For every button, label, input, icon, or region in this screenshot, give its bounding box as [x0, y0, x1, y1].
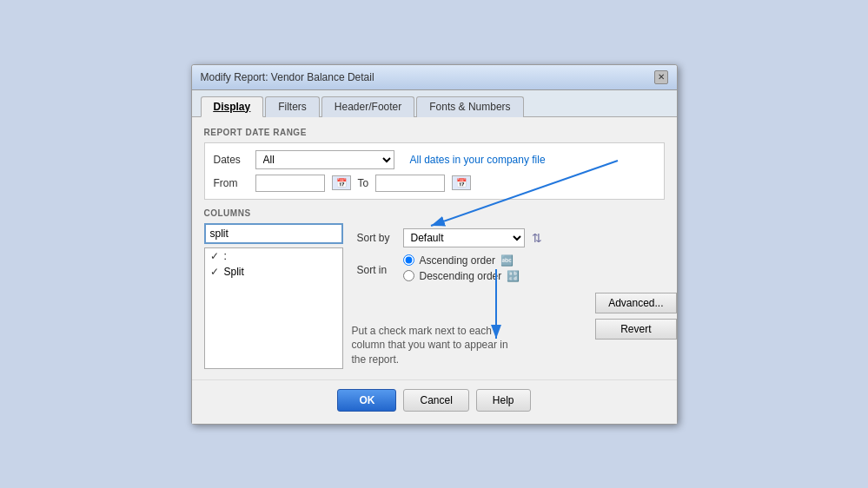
help-button[interactable]: Help [476, 389, 531, 412]
dialog-titlebar: Modify Report: Vendor Balance Detail ✕ [192, 65, 677, 90]
dialog-body: REPORT DATE RANGE Dates All Today This W… [192, 117, 677, 379]
dialog-footer: OK Cancel Help [192, 379, 677, 424]
tab-header-footer[interactable]: Header/Footer [321, 96, 414, 117]
columns-label: COLUMNS [204, 208, 665, 218]
tab-fonts-numbers[interactable]: Fonts & Numbers [416, 96, 523, 117]
advanced-button[interactable]: Advanced... [595, 293, 676, 313]
descending-row: Descending order 🔡 [403, 270, 520, 282]
to-calendar-button[interactable]: 📅 [452, 175, 471, 190]
ascending-radio[interactable] [403, 254, 414, 266]
dialog-title: Modify Report: Vendor Balance Detail [201, 71, 374, 83]
action-buttons: Advanced... Revert [595, 293, 676, 340]
desktop: Modify Report: Vendor Balance Detail ✕ D… [0, 0, 868, 488]
sort-az-icon: 🔤 [500, 254, 514, 267]
columns-search-input[interactable] [204, 223, 343, 244]
sort-by-label: Sort by [357, 232, 396, 244]
check-icon-split: ✓ [210, 266, 221, 278]
sort-controls: Sort by Default Total Name ⇅ Sor [352, 223, 665, 298]
sort-icon-az: ⇅ [532, 231, 542, 245]
ok-button[interactable]: OK [337, 389, 396, 412]
sort-by-select[interactable]: Default Total Name [403, 228, 525, 247]
dates-info: All dates in your company file [410, 154, 546, 166]
from-calendar-button[interactable]: 📅 [332, 175, 351, 190]
dates-row: Dates All Today This Week This Month Thi… [214, 150, 655, 169]
list-item[interactable]: ✓ : [205, 248, 342, 264]
descending-label: Descending order [420, 270, 502, 282]
date-range-label: REPORT DATE RANGE [204, 128, 665, 137]
instruction-text: Put a check mark next to each column tha… [352, 324, 526, 367]
sort-in-row: Sort in Ascending order 🔤 [357, 254, 659, 286]
revert-button[interactable]: Revert [595, 319, 676, 340]
close-button[interactable]: ✕ [654, 70, 668, 84]
sort-by-row: Sort by Default Total Name ⇅ [357, 228, 659, 247]
tab-filters[interactable]: Filters [265, 96, 320, 117]
to-label: To [358, 177, 369, 189]
dialog-overlay: Modify Report: Vendor Balance Detail ✕ D… [0, 0, 868, 488]
descending-radio[interactable] [403, 270, 414, 281]
from-label: From [214, 177, 248, 189]
sort-za-icon: 🔡 [507, 270, 520, 282]
tab-display[interactable]: Display [201, 96, 264, 117]
modify-report-dialog: Modify Report: Vendor Balance Detail ✕ D… [191, 64, 678, 425]
dates-label: Dates [214, 154, 248, 166]
columns-list: ✓ : ✓ Split [204, 247, 343, 369]
sort-in-options: Ascending order 🔤 Descending order 🔡 [403, 254, 520, 286]
to-date-input[interactable] [375, 175, 445, 192]
ascending-label: Ascending order [420, 254, 495, 267]
cancel-button[interactable]: Cancel [403, 389, 468, 412]
check-icon: ✓ [210, 250, 221, 262]
list-item-split-label: Split [224, 266, 244, 278]
columns-left: ✓ : ✓ Split [204, 223, 343, 369]
from-to-row: From 📅 To 📅 [214, 175, 655, 192]
from-date-input[interactable] [255, 175, 325, 192]
tab-bar: Display Filters Header/Footer Fonts & Nu… [192, 90, 677, 117]
list-item-label: : [224, 250, 227, 262]
sort-in-label: Sort in [357, 264, 396, 276]
date-range-section: Dates All Today This Week This Month Thi… [204, 142, 665, 200]
list-item-split[interactable]: ✓ Split [205, 264, 342, 280]
ascending-row: Ascending order 🔤 [403, 254, 520, 267]
columns-main: ✓ : ✓ Split [204, 223, 665, 369]
dates-select[interactable]: All Today This Week This Month This Year… [255, 150, 394, 169]
